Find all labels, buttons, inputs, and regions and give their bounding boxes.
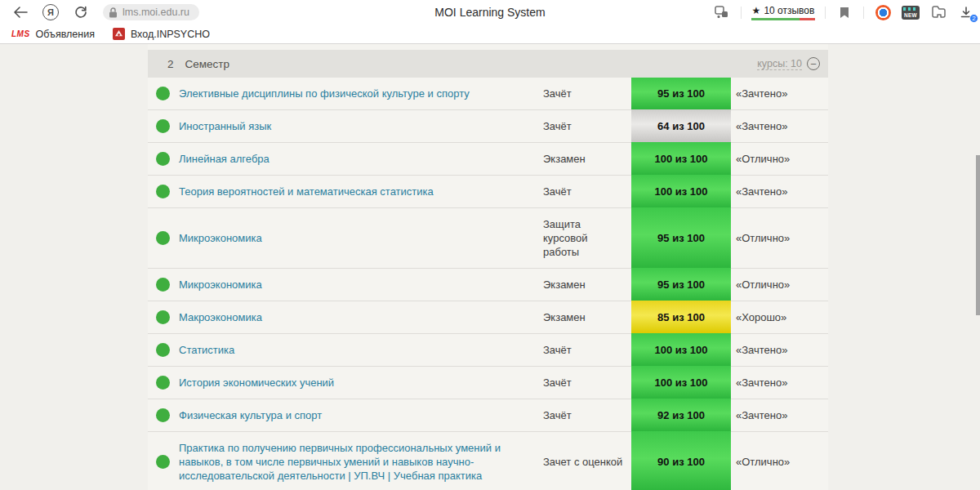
refresh-button[interactable] xyxy=(72,3,90,21)
course-link[interactable]: Практика по получению первичных професси… xyxy=(179,441,543,483)
course-link[interactable]: Микроэкономика xyxy=(179,231,280,245)
protect-glyph-icon xyxy=(715,6,729,19)
refresh-icon xyxy=(74,6,87,19)
url-text: lms.moi.edu.ru xyxy=(122,7,189,18)
course-link[interactable]: Линейная алгебра xyxy=(179,152,287,166)
vertical-scrollbar-thumb[interactable] xyxy=(976,155,980,315)
grade-label: «Зачтено» xyxy=(731,78,828,109)
status-dot-icon xyxy=(156,343,170,357)
bookmark-item-inpsycho[interactable]: Вход.INPSYCHO xyxy=(108,26,215,42)
assessment-type: Зачёт xyxy=(543,175,631,207)
bookmark-label: Вход.INPSYCHO xyxy=(131,29,210,40)
star-icon: ★ xyxy=(752,5,761,16)
grade-label: «Отлично» xyxy=(731,142,828,175)
assessment-type: Экзамен xyxy=(543,301,631,333)
back-arrow-icon xyxy=(13,7,28,18)
course-link[interactable]: Теория вероятностей и математическая ста… xyxy=(179,185,452,198)
course-row: Линейная алгебра Экзамен 100 из 100 «Отл… xyxy=(148,142,828,175)
course-link[interactable]: Микроэкономика xyxy=(179,278,280,292)
semester-number: 2 xyxy=(167,58,174,70)
grade-label: «Зачтено» xyxy=(731,175,828,207)
course-cell: Статистика xyxy=(179,333,543,366)
status-cell xyxy=(148,109,179,142)
bookmarks-bar: LMS Объявления Вход.INPSYCHO xyxy=(0,24,980,43)
toolbar-divider xyxy=(863,7,864,19)
score-cell: 90 из 100 xyxy=(631,431,731,490)
grades-table: 2 Семестр курсы: 10 − Элективные дисципл… xyxy=(148,44,828,490)
assessment-type: Защита курсовой работы xyxy=(543,207,631,268)
collections-tag-icon[interactable] xyxy=(929,3,947,21)
reviews-count-label: 10 отзывов xyxy=(764,5,814,16)
score-cell: 95 из 100 xyxy=(631,78,731,109)
course-link[interactable]: История экономических учений xyxy=(179,376,352,390)
course-link[interactable]: Макроэкономика xyxy=(179,310,280,324)
grade-label: «Отлично» xyxy=(731,431,828,490)
address-bar[interactable]: lms.moi.edu.ru xyxy=(103,4,199,20)
grade-label: «Отлично» xyxy=(731,268,828,301)
inpsycho-favicon-icon xyxy=(113,28,125,40)
course-row: Микроэкономика Экзамен 95 из 100 «Отличн… xyxy=(148,268,828,301)
previous-row-sliver xyxy=(148,44,828,50)
assessment-type: Зачет с оценкой xyxy=(543,431,631,490)
status-cell xyxy=(148,301,179,333)
status-dot-icon xyxy=(156,152,170,166)
course-cell: Макроэкономика xyxy=(179,301,543,333)
status-cell xyxy=(148,431,179,490)
grade-label: «Зачтено» xyxy=(731,399,828,431)
assessment-type: Зачёт xyxy=(543,109,631,142)
course-cell: Микроэкономика xyxy=(179,207,543,268)
course-cell: Элективные дисциплины по физической куль… xyxy=(179,78,543,109)
extension-color-circle-icon[interactable] xyxy=(874,3,892,21)
score-cell: 100 из 100 xyxy=(631,142,731,175)
bookmark-item-announcements[interactable]: LMS Объявления xyxy=(7,27,100,42)
downloads-count-badge: 2 xyxy=(969,14,978,23)
lms-page: 2 Семестр курсы: 10 − Элективные дисципл… xyxy=(0,44,980,490)
course-cell: История экономических учений xyxy=(179,366,543,399)
course-link[interactable]: Элективные дисциплины по физической куль… xyxy=(179,87,488,100)
status-dot-icon xyxy=(156,278,170,292)
new-badge-label: NEW xyxy=(904,12,917,20)
status-dot-icon xyxy=(156,231,170,245)
semester-2-header: 2 Семестр курсы: 10 − xyxy=(148,50,828,78)
rating-bar-positive xyxy=(751,18,800,20)
course-row: Макроэкономика Экзамен 85 из 100 «Хорошо… xyxy=(148,301,828,333)
status-cell xyxy=(148,268,179,301)
score-cell: 100 из 100 xyxy=(631,333,731,366)
extension-glyph-icon xyxy=(875,5,891,20)
reviews-widget[interactable]: ★ 10 отзывов xyxy=(751,5,815,20)
bookmark-glyph-icon xyxy=(840,7,849,19)
assessment-type: Зачёт xyxy=(543,333,631,366)
collapse-semester-icon[interactable]: − xyxy=(807,57,820,70)
status-dot-icon xyxy=(156,87,170,100)
screenshot-new-icon[interactable]: NEW xyxy=(902,3,920,21)
course-row: Элективные дисциплины по физической куль… xyxy=(148,78,828,109)
status-cell xyxy=(148,399,179,431)
course-row: Иностранный язык Зачёт 64 из 100 «Зачтен… xyxy=(148,109,828,142)
new-badge-icon: NEW xyxy=(902,6,920,20)
bookmark-flag-icon[interactable] xyxy=(835,3,853,21)
downloads-button[interactable]: 2 xyxy=(957,3,975,21)
yandex-logo-icon[interactable]: Я xyxy=(42,4,59,20)
courses-count-link[interactable]: курсы: 10 xyxy=(757,58,802,70)
status-dot-icon xyxy=(156,376,170,390)
score-cell: 95 из 100 xyxy=(631,207,731,268)
status-cell xyxy=(148,175,179,207)
course-link[interactable]: Иностранный язык xyxy=(179,119,289,133)
score-cell: 100 из 100 xyxy=(631,366,731,399)
score-cell: 92 из 100 xyxy=(631,399,731,431)
course-row: Практика по получению первичных професси… xyxy=(148,431,828,490)
course-row: Теория вероятностей и математическая ста… xyxy=(148,175,828,207)
score-cell: 85 из 100 xyxy=(631,301,731,333)
rating-bar-negative xyxy=(800,18,815,20)
status-dot-icon xyxy=(156,119,170,133)
status-cell xyxy=(148,207,179,268)
course-link[interactable]: Физическая культура и спорт xyxy=(179,408,340,422)
assessment-type: Зачёт xyxy=(543,399,631,431)
back-button[interactable] xyxy=(11,3,29,21)
grade-label: «Зачтено» xyxy=(731,333,828,366)
score-cell: 64 из 100 xyxy=(631,109,731,142)
protect-icon[interactable] xyxy=(713,3,731,21)
course-cell: Иностранный язык xyxy=(179,109,543,142)
course-link[interactable]: Статистика xyxy=(179,343,252,357)
toolbar-divider xyxy=(741,7,742,19)
